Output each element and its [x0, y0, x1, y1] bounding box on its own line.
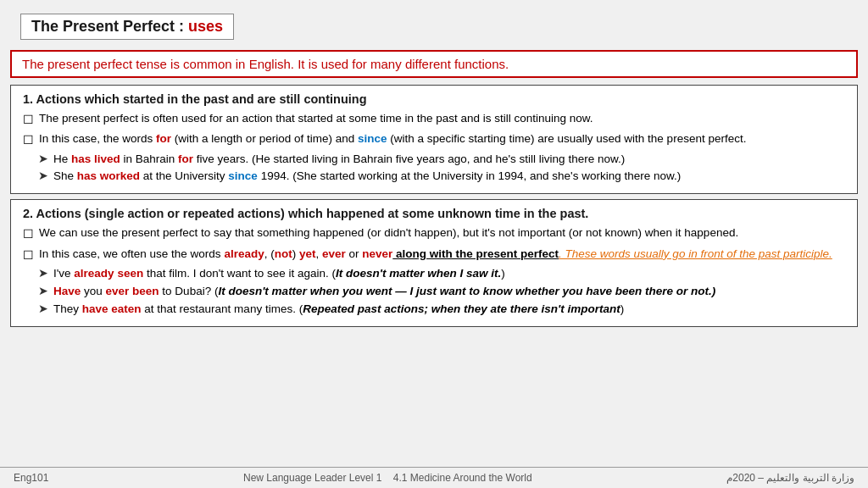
section1-bullet2: ➤ She has worked at the University since… — [23, 169, 845, 185]
section2-bullet1: ➤ I've already seen that film. I don't w… — [23, 266, 845, 282]
content-area: 1. Actions which started in the past and… — [10, 85, 858, 467]
arrow-icon-2: ➤ — [38, 169, 48, 185]
intro-box: The present perfect tense is common in E… — [10, 50, 858, 78]
footer-right: وزارة التربية والتعليم – 2020م — [726, 472, 854, 484]
footer: Eng101 New Language Leader Level 1 4.1 M… — [0, 467, 868, 488]
footer-chapter: 4.1 Medicine Around the World — [393, 472, 532, 484]
section1-checkbox2: ☐ In this case, the words for (with a le… — [23, 130, 845, 148]
title-bar: The Present Perfect : uses — [20, 14, 234, 40]
title-black: The Present Perfect : — [31, 18, 188, 35]
title-red: uses — [188, 18, 223, 35]
checkbox-icon-2: ☐ — [23, 131, 34, 148]
section1-bullet1: ➤ He has lived in Bahrain for five years… — [23, 152, 845, 168]
section1-cb1-text: The present perfect is often used for an… — [39, 110, 593, 127]
section2-checkbox2: ☐ In this case, we often use the words a… — [23, 246, 845, 263]
section1-checkbox1: ☐ The present perfect is often used for … — [23, 110, 845, 128]
footer-book: New Language Leader Level 1 — [243, 472, 381, 484]
section2-cb1-text: We can use the present perfect to say th… — [39, 225, 738, 241]
arrow-icon-3: ➤ — [38, 266, 48, 282]
checkbox-icon-4: ☐ — [23, 247, 34, 263]
slide: The Present Perfect : uses The present p… — [0, 0, 868, 488]
section-2-title: 2. Actions (single action or repeated ac… — [23, 207, 845, 220]
section-1-title: 1. Actions which started in the past and… — [23, 92, 845, 106]
section2-bullet2: ➤ Have you ever been to Dubai? (It doesn… — [23, 284, 845, 300]
arrow-icon-1: ➤ — [38, 152, 48, 168]
section2-bullet3: ➤ They have eaten at that restaurant man… — [23, 302, 845, 318]
section2-checkbox1: ☐ We can use the present perfect to say … — [23, 225, 845, 242]
checkbox-icon-3: ☐ — [23, 225, 34, 242]
checkbox-icon-1: ☐ — [23, 111, 34, 128]
section-1: 1. Actions which started in the past and… — [10, 85, 858, 194]
arrow-icon-4: ➤ — [38, 284, 48, 300]
intro-text: The present perfect tense is common in E… — [22, 57, 509, 71]
section1-cb2-content: In this case, the words for (with a leng… — [39, 130, 746, 147]
footer-left: Eng101 — [14, 472, 48, 484]
footer-center: New Language Leader Level 1 4.1 Medicine… — [243, 472, 532, 484]
section-2: 2. Actions (single action or repeated ac… — [10, 199, 858, 326]
arrow-icon-5: ➤ — [38, 302, 48, 318]
